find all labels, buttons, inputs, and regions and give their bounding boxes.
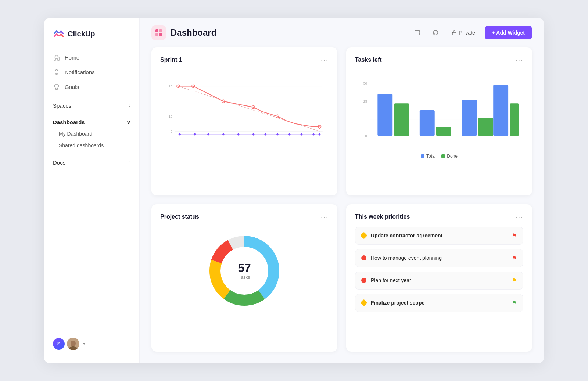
expand-icon[interactable] bbox=[410, 26, 424, 39]
priorities-list: Update contractor agreement ⚑ How to man… bbox=[355, 227, 523, 312]
svg-rect-43 bbox=[377, 94, 392, 136]
legend-total-label: Total bbox=[426, 154, 435, 159]
svg-marker-25 bbox=[193, 133, 196, 136]
svg-rect-46 bbox=[436, 126, 451, 136]
avatar-s[interactable]: S bbox=[53, 338, 65, 350]
task-count: 57 bbox=[238, 261, 251, 275]
private-button[interactable]: Private bbox=[447, 28, 480, 38]
svg-marker-33 bbox=[300, 133, 303, 136]
sidebar-bottom: S ▾ bbox=[44, 332, 139, 356]
priorities-menu[interactable]: ··· bbox=[516, 213, 523, 221]
svg-text:25: 25 bbox=[363, 99, 367, 103]
bar-legend: Total Done bbox=[355, 154, 523, 159]
sidebar-item-shared-dashboards[interactable]: Shared dashboards bbox=[44, 140, 139, 151]
priority-item-2[interactable]: How to manage event planning ⚑ bbox=[355, 249, 523, 267]
priority-flag-2: ⚑ bbox=[512, 255, 517, 262]
home-label: Home bbox=[65, 54, 79, 61]
dashboard-icon-box bbox=[151, 25, 166, 40]
priority-dot-1 bbox=[360, 232, 368, 239]
svg-marker-32 bbox=[288, 133, 291, 136]
tasks-left-menu[interactable]: ··· bbox=[516, 56, 523, 64]
bar-chart-container: 50 25 0 bbox=[355, 70, 523, 151]
tasks-left-title: Tasks left bbox=[355, 57, 382, 63]
header-actions: Private + Add Widget bbox=[410, 26, 532, 39]
shared-dashboards-label: Shared dashboards bbox=[59, 143, 104, 148]
priority-item-4[interactable]: Finalize project scope ⚑ bbox=[355, 294, 523, 312]
project-status-header: Project status ··· bbox=[160, 213, 329, 221]
dashboard-grid-icon bbox=[155, 29, 163, 37]
tasks-label: Tasks bbox=[238, 275, 251, 280]
svg-marker-29 bbox=[252, 133, 255, 136]
donut-center: 57 Tasks bbox=[238, 261, 251, 280]
logo-text: ClickUp bbox=[68, 30, 95, 38]
dashboard-grid: Sprint 1 ··· 20 10 0 bbox=[140, 47, 544, 363]
svg-text:0: 0 bbox=[171, 129, 172, 133]
tasks-left-header: Tasks left ··· bbox=[355, 56, 523, 64]
svg-marker-34 bbox=[312, 133, 315, 136]
priorities-title: This week priorities bbox=[355, 213, 410, 220]
lock-icon bbox=[452, 30, 457, 35]
clickup-logo-icon bbox=[53, 28, 65, 40]
spaces-chevron-icon: › bbox=[129, 103, 130, 108]
svg-text:20: 20 bbox=[169, 84, 172, 88]
priority-dot-4 bbox=[360, 299, 368, 306]
goals-label: Goals bbox=[65, 84, 79, 90]
priorities-header: This week priorities ··· bbox=[355, 213, 523, 221]
svg-marker-26 bbox=[207, 133, 210, 136]
priority-item-1[interactable]: Update contractor agreement ⚑ bbox=[355, 227, 523, 245]
user-menu-chevron-icon[interactable]: ▾ bbox=[83, 341, 85, 346]
sidebar-item-dashboards[interactable]: Dashboards ∨ bbox=[44, 114, 139, 128]
svg-rect-47 bbox=[462, 100, 477, 136]
priority-name-2: How to manage event planning bbox=[371, 255, 442, 261]
svg-rect-5 bbox=[159, 29, 162, 32]
private-label: Private bbox=[459, 30, 475, 36]
add-widget-label: + Add Widget bbox=[492, 30, 525, 36]
project-status-widget: Project status ··· bbox=[151, 204, 337, 352]
sidebar-item-docs[interactable]: Docs › bbox=[44, 154, 139, 168]
refresh-icon[interactable] bbox=[429, 26, 442, 39]
page-title: Dashboard bbox=[171, 28, 406, 38]
project-status-menu[interactable]: ··· bbox=[321, 213, 329, 221]
priority-item-3[interactable]: Plan for next year ⚑ bbox=[355, 272, 523, 290]
sprint-widget-menu[interactable]: ··· bbox=[321, 56, 329, 64]
app-container: ClickUp Home Notifications bbox=[44, 18, 544, 363]
bar-chart-svg: 50 25 0 bbox=[355, 70, 523, 151]
svg-marker-24 bbox=[178, 133, 181, 136]
svg-rect-45 bbox=[420, 110, 435, 136]
sidebar-item-notifications[interactable]: Notifications bbox=[44, 65, 139, 80]
bell-icon bbox=[53, 69, 60, 76]
sprint-widget-header: Sprint 1 ··· bbox=[160, 56, 329, 64]
svg-rect-4 bbox=[155, 29, 158, 32]
dashboards-chevron-icon: ∨ bbox=[126, 119, 130, 126]
priority-left-1: Update contractor agreement bbox=[361, 233, 442, 238]
donut-container: 57 Tasks bbox=[160, 227, 329, 315]
svg-rect-6 bbox=[155, 33, 158, 36]
spaces-label: Spaces bbox=[53, 103, 71, 109]
add-widget-button[interactable]: + Add Widget bbox=[485, 26, 532, 39]
sidebar-item-spaces[interactable]: Spaces › bbox=[44, 97, 139, 111]
docs-chevron-icon: › bbox=[129, 160, 130, 165]
sidebar-item-goals[interactable]: Goals bbox=[44, 80, 139, 94]
priority-left-2: How to manage event planning bbox=[361, 255, 442, 261]
trophy-icon bbox=[53, 83, 60, 91]
legend-total: Total bbox=[421, 154, 435, 159]
done-color-dot bbox=[441, 154, 445, 158]
svg-text:0: 0 bbox=[365, 134, 367, 137]
project-status-title: Project status bbox=[160, 213, 199, 220]
priority-name-3: Plan for next year bbox=[371, 277, 411, 283]
svg-point-3 bbox=[71, 341, 76, 346]
priority-flag-4: ⚑ bbox=[512, 299, 517, 306]
notifications-label: Notifications bbox=[65, 69, 95, 75]
sidebar-navigation: Home Notifications bbox=[44, 50, 139, 332]
svg-rect-49 bbox=[493, 85, 508, 136]
svg-rect-44 bbox=[394, 103, 409, 136]
avatar-user[interactable] bbox=[67, 338, 79, 350]
priority-flag-3: ⚑ bbox=[512, 277, 517, 284]
home-icon bbox=[53, 54, 60, 61]
sidebar-item-home[interactable]: Home bbox=[44, 50, 139, 65]
main-content: Dashboard bbox=[140, 18, 544, 363]
svg-rect-48 bbox=[478, 118, 493, 136]
sidebar-item-my-dashboard[interactable]: My Dashboard bbox=[44, 128, 139, 140]
sidebar: ClickUp Home Notifications bbox=[44, 18, 140, 363]
svg-marker-35 bbox=[318, 133, 321, 136]
